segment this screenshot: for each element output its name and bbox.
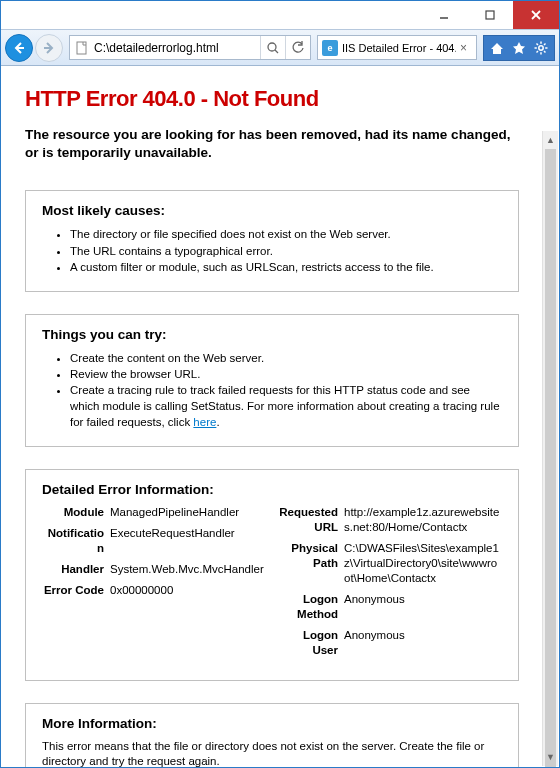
- try-heading: Things you can try:: [42, 327, 502, 342]
- search-icon[interactable]: [261, 41, 285, 55]
- svg-line-15: [537, 51, 539, 53]
- details-left: ModuleManagedPipelineHandler Notificatio…: [42, 505, 268, 663]
- scroll-up-arrow[interactable]: ▲: [543, 131, 558, 149]
- details-box: Detailed Error Information: ModuleManage…: [25, 469, 519, 680]
- more-info-text: This error means that the file or direct…: [42, 739, 502, 767]
- maximize-button[interactable]: [467, 1, 513, 29]
- try-list: Create the content on the Web server. Re…: [42, 350, 502, 430]
- ie-icon: e: [322, 40, 338, 56]
- causes-heading: Most likely causes:: [42, 203, 502, 218]
- list-item: Create the content on the Web server.: [70, 350, 502, 366]
- svg-rect-4: [77, 42, 86, 54]
- detail-row: Physical PathC:\DWASFiles\Sites\example1…: [276, 541, 502, 586]
- list-item: Create a tracing rule to track failed re…: [70, 382, 502, 430]
- causes-box: Most likely causes: The directory or fil…: [25, 190, 519, 291]
- minimize-button[interactable]: [421, 1, 467, 29]
- window-titlebar: [1, 1, 559, 29]
- list-item: Review the browser URL.: [70, 366, 502, 382]
- scrollbar-thumb[interactable]: [545, 149, 556, 767]
- svg-rect-1: [486, 11, 494, 19]
- error-subtitle: The resource you are looking for has bee…: [25, 126, 519, 162]
- causes-list: The directory or file specified does not…: [42, 226, 502, 274]
- command-bar: [483, 35, 555, 61]
- list-item: The URL contains a typographical error.: [70, 243, 502, 259]
- page-content: HTTP Error 404.0 - Not Found The resourc…: [1, 66, 543, 767]
- tab-strip: e IIS Detailed Error - 404.... ×: [317, 35, 477, 60]
- address-bar[interactable]: C:\detailederrorlog.html: [69, 35, 311, 60]
- svg-line-12: [537, 43, 539, 45]
- detail-row: Logon MethodAnonymous: [276, 592, 502, 622]
- tab-title: IIS Detailed Error - 404....: [342, 42, 456, 54]
- detail-row: Requested URLhttp://example1z.azurewebsi…: [276, 505, 502, 535]
- try-box: Things you can try: Create the content o…: [25, 314, 519, 447]
- svg-point-7: [539, 45, 543, 49]
- list-item: A custom filter or module, such as URLSc…: [70, 259, 502, 275]
- refresh-button[interactable]: [286, 41, 310, 55]
- tab-active[interactable]: e IIS Detailed Error - 404.... ×: [317, 35, 477, 60]
- tab-close-button[interactable]: ×: [460, 41, 472, 55]
- file-icon: [70, 41, 94, 55]
- details-heading: Detailed Error Information:: [42, 482, 502, 497]
- tracing-link[interactable]: here: [193, 416, 216, 428]
- list-item: The directory or file specified does not…: [70, 226, 502, 242]
- vertical-scrollbar[interactable]: ▲ ▼: [542, 131, 558, 766]
- address-text[interactable]: C:\detailederrorlog.html: [94, 41, 260, 55]
- detail-row: Logon UserAnonymous: [276, 628, 502, 658]
- more-info-box: More Information: This error means that …: [25, 703, 519, 767]
- browser-toolbar: C:\detailederrorlog.html e IIS Detailed …: [1, 29, 559, 66]
- svg-line-13: [544, 51, 546, 53]
- forward-button[interactable]: [35, 34, 63, 62]
- error-title: HTTP Error 404.0 - Not Found: [25, 86, 519, 112]
- svg-line-14: [544, 43, 546, 45]
- more-info-heading: More Information:: [42, 716, 502, 731]
- close-button[interactable]: [513, 1, 559, 29]
- detail-row: HandlerSystem.Web.Mvc.MvcHandler: [42, 562, 268, 577]
- svg-point-5: [268, 43, 276, 51]
- svg-line-6: [275, 50, 278, 53]
- detail-row: NotificationExecuteRequestHandler: [42, 526, 268, 556]
- details-right: Requested URLhttp://example1z.azurewebsi…: [276, 505, 502, 663]
- tools-icon[interactable]: [534, 41, 548, 55]
- back-button[interactable]: [5, 34, 33, 62]
- favorites-icon[interactable]: [512, 41, 526, 55]
- scroll-down-arrow[interactable]: ▼: [543, 748, 558, 766]
- home-icon[interactable]: [490, 41, 504, 55]
- detail-row: ModuleManagedPipelineHandler: [42, 505, 268, 520]
- detail-row: Error Code0x00000000: [42, 583, 268, 598]
